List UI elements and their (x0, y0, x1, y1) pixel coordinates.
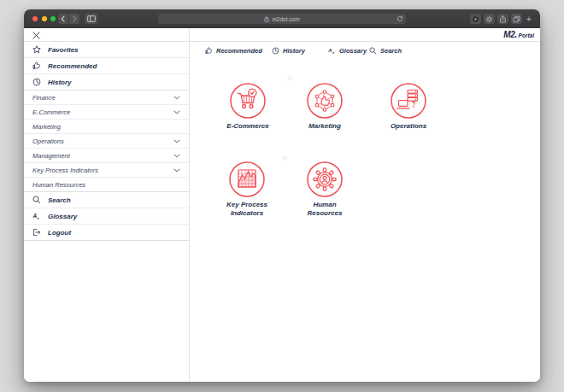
thumbs-up-icon (32, 61, 41, 70)
tabs-icon (513, 15, 520, 23)
shopping-cart-icon (229, 82, 267, 120)
chevron-down-icon[interactable] (173, 96, 180, 100)
tab-label: Recommended (216, 47, 262, 55)
tile-label: Marketing (295, 122, 355, 131)
sidebar-item-search[interactable]: Search (24, 192, 189, 208)
sidebar-item-e-commerce[interactable]: E-Commerce (24, 105, 189, 120)
thumbs-up-icon (205, 47, 213, 55)
main-area: Recommended History A z Glossary Search … (190, 28, 540, 382)
sidebar-item-label: Human Resources (32, 181, 85, 189)
tab-search[interactable]: Search (369, 45, 402, 56)
url-text: m2dot.com (272, 16, 299, 22)
close-menu-button[interactable] (32, 32, 40, 39)
tab-history[interactable]: History (272, 45, 305, 56)
sidebar-item-marketing[interactable]: Marketing (24, 120, 189, 134)
settings-button[interactable] (484, 14, 495, 24)
close-window-button[interactable] (32, 16, 38, 21)
chevron-left-icon (60, 15, 67, 22)
sidebar-item-label: Finance (32, 94, 56, 102)
glossary-az-icon: A z (32, 212, 41, 220)
chevron-down-icon[interactable] (173, 154, 180, 158)
sidebar: Favorites Recommended History Finance (24, 28, 190, 382)
tile-human-resources[interactable]: Human Resources (286, 161, 363, 218)
sidebar-item-finance[interactable]: Finance (24, 91, 189, 105)
share-button[interactable] (497, 14, 508, 24)
gear-icon (485, 15, 493, 23)
browser-window: m2dot.com (24, 9, 540, 382)
app-logo: M2. Portal (503, 30, 534, 39)
star-icon (32, 45, 41, 54)
close-icon (32, 32, 40, 39)
tile-label: Human Resources (295, 201, 355, 218)
search-icon (369, 47, 377, 55)
sidebar-item-logout[interactable]: Logout (24, 225, 189, 241)
sidebar-item-label: Logout (48, 229, 71, 237)
address-bar[interactable]: m2dot.com (158, 14, 406, 24)
tab-label: History (283, 47, 305, 55)
svg-text:z: z (332, 50, 334, 55)
sidebar-item-label: Glossary (48, 213, 77, 220)
tile-label: E-Commerce (218, 122, 278, 131)
lock-icon (264, 16, 269, 22)
logout-icon (32, 228, 41, 237)
back-button[interactable] (58, 14, 68, 24)
gear-person-icon (306, 161, 344, 198)
glossary-az-icon: A z (328, 47, 336, 55)
network-thumb-icon (306, 82, 344, 120)
tab-glossary[interactable]: A z Glossary (328, 45, 367, 56)
tile-key-process-indicators[interactable]: Key Process Indicators (209, 161, 285, 218)
sidebar-item-human-resources[interactable]: Human Resources (24, 178, 189, 192)
tab-overview-button[interactable] (85, 14, 97, 24)
tab-label: Search (380, 47, 402, 55)
sidebar-item-label: Favorites (48, 46, 79, 54)
page-header: M2. Portal (24, 28, 540, 42)
chevron-right-icon (71, 15, 78, 22)
tabs-button[interactable] (511, 14, 522, 24)
chevron-down-icon[interactable] (173, 139, 180, 143)
logo-secondary: Portal (519, 32, 534, 38)
sidebar-item-history[interactable]: History (24, 74, 189, 91)
window-controls (32, 16, 56, 21)
chevron-down-icon[interactable] (173, 110, 180, 114)
sidebar-item-operations[interactable]: Operations (24, 134, 189, 149)
sidebar-toggle-icon (87, 15, 96, 22)
tab-label: Glossary (339, 47, 367, 55)
minimize-window-button[interactable] (42, 16, 47, 21)
new-tab-button[interactable]: + (525, 14, 533, 24)
sidebar-item-label: History (48, 79, 72, 86)
chevron-down-icon[interactable] (173, 168, 180, 173)
search-icon (32, 196, 41, 204)
tile-e-commerce[interactable]: E-Commerce (209, 82, 286, 131)
sidebar-item-label: Marketing (32, 123, 61, 131)
sidebar-item-favorites[interactable]: Favorites (24, 42, 189, 58)
svg-text:z: z (37, 216, 40, 220)
reload-button[interactable] (397, 15, 403, 22)
tile-label: Operations (379, 122, 438, 131)
page-content: M2. Portal Favorites Recommended (24, 28, 540, 382)
sidebar-item-label: E-Commerce (32, 108, 70, 116)
tile-marketing[interactable]: Marketing (286, 82, 363, 131)
sidebar-item-label: Management (32, 152, 70, 160)
sidebar-item-recommended[interactable]: Recommended (24, 58, 189, 74)
chart-grid-icon (228, 161, 266, 198)
browser-titlebar: m2dot.com (24, 9, 540, 28)
favorite-star-icon[interactable]: ☆ (286, 74, 293, 82)
clock-icon (32, 78, 41, 86)
sidebar-item-label: Search (48, 196, 71, 204)
tab-recommended[interactable]: Recommended (205, 45, 262, 56)
toolbar-buttons: + (470, 14, 533, 24)
clock-icon (272, 47, 279, 55)
zoom-window-button[interactable] (50, 16, 56, 21)
extension-button[interactable] (470, 14, 481, 24)
share-icon (499, 15, 507, 23)
sidebar-item-key-process-indicators[interactable]: Key Process Indicators (24, 163, 189, 178)
svg-text:A: A (32, 213, 37, 219)
svg-text:A: A (328, 48, 332, 53)
tile-operations[interactable]: Operations (370, 82, 447, 131)
extension-disc-icon (472, 15, 479, 23)
sidebar-item-label: Operations (32, 137, 64, 145)
forward-button[interactable] (69, 14, 79, 24)
logo-primary: M2. (503, 30, 517, 39)
sidebar-item-glossary[interactable]: A z Glossary (24, 208, 189, 225)
sidebar-item-management[interactable]: Management (24, 149, 189, 163)
